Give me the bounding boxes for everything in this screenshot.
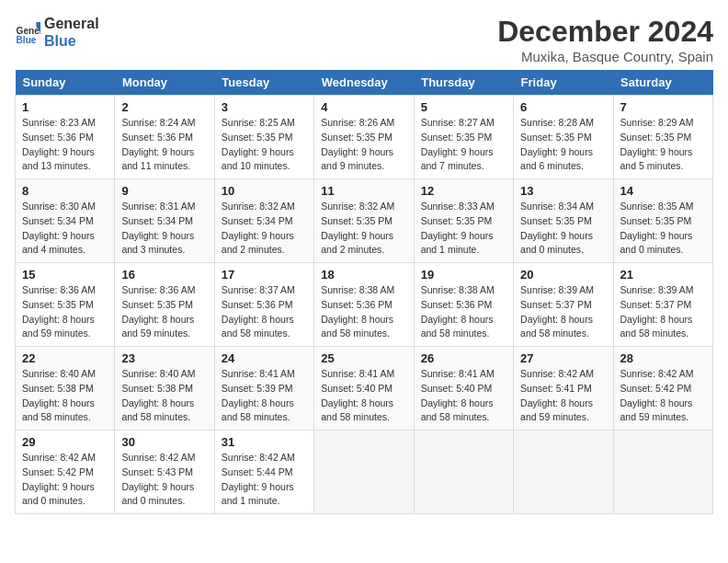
day-number: 26 xyxy=(421,351,506,365)
day-detail: Sunrise: 8:42 AMSunset: 5:42 PMDaylight:… xyxy=(620,368,694,422)
calendar-header-sunday: Sunday xyxy=(16,70,115,96)
svg-text:Blue: Blue xyxy=(17,35,37,45)
day-number: 22 xyxy=(22,351,108,365)
calendar-cell-day-27: 27 Sunrise: 8:42 AMSunset: 5:41 PMDaylig… xyxy=(514,347,613,431)
month-title: December 2024 xyxy=(497,15,713,49)
day-detail: Sunrise: 8:30 AMSunset: 5:34 PMDaylight:… xyxy=(22,201,96,255)
day-number: 31 xyxy=(222,435,307,449)
day-number: 27 xyxy=(520,351,606,365)
calendar-cell-day-30: 30 Sunrise: 8:42 AMSunset: 5:43 PMDaylig… xyxy=(115,431,214,514)
calendar-cell-day-12: 12 Sunrise: 8:33 AMSunset: 5:35 PMDaylig… xyxy=(414,179,513,263)
calendar-week-4: 22 Sunrise: 8:40 AMSunset: 5:38 PMDaylig… xyxy=(16,347,713,431)
day-number: 24 xyxy=(222,351,307,365)
day-number: 23 xyxy=(121,351,207,365)
calendar-cell-empty xyxy=(314,431,414,514)
day-number: 19 xyxy=(421,268,506,282)
day-detail: Sunrise: 8:32 AMSunset: 5:34 PMDaylight:… xyxy=(222,201,295,255)
calendar-week-2: 8 Sunrise: 8:30 AMSunset: 5:34 PMDayligh… xyxy=(16,179,713,263)
day-number: 18 xyxy=(321,268,406,282)
day-number: 7 xyxy=(620,100,706,114)
calendar-header-monday: Monday xyxy=(115,70,214,96)
day-number: 20 xyxy=(520,268,606,282)
day-detail: Sunrise: 8:35 AMSunset: 5:35 PMDaylight:… xyxy=(620,201,694,255)
day-number: 3 xyxy=(222,100,307,114)
day-number: 25 xyxy=(321,351,406,365)
calendar-cell-day-1: 1 Sunrise: 8:23 AMSunset: 5:36 PMDayligh… xyxy=(16,96,115,179)
day-detail: Sunrise: 8:37 AMSunset: 5:36 PMDaylight:… xyxy=(222,284,295,339)
calendar-cell-day-25: 25 Sunrise: 8:41 AMSunset: 5:40 PMDaylig… xyxy=(314,347,414,431)
day-detail: Sunrise: 8:24 AMSunset: 5:36 PMDaylight:… xyxy=(121,117,195,171)
calendar-week-3: 15 Sunrise: 8:36 AMSunset: 5:35 PMDaylig… xyxy=(16,263,713,347)
day-detail: Sunrise: 8:31 AMSunset: 5:34 PMDaylight:… xyxy=(121,201,195,255)
day-detail: Sunrise: 8:29 AMSunset: 5:35 PMDaylight:… xyxy=(620,117,694,171)
day-number: 8 xyxy=(22,184,108,198)
day-detail: Sunrise: 8:41 AMSunset: 5:40 PMDaylight:… xyxy=(421,368,495,422)
day-detail: Sunrise: 8:39 AMSunset: 5:37 PMDaylight:… xyxy=(620,284,694,339)
day-number: 15 xyxy=(22,268,108,282)
calendar-header: SundayMondayTuesdayWednesdayThursdayFrid… xyxy=(16,70,713,96)
calendar-week-5: 29 Sunrise: 8:42 AMSunset: 5:42 PMDaylig… xyxy=(16,431,713,514)
calendar-cell-empty xyxy=(514,431,613,514)
calendar-cell-empty xyxy=(414,431,513,514)
day-number: 5 xyxy=(421,100,506,114)
calendar-cell-day-23: 23 Sunrise: 8:40 AMSunset: 5:38 PMDaylig… xyxy=(115,347,214,431)
day-detail: Sunrise: 8:26 AMSunset: 5:35 PMDaylight:… xyxy=(321,117,394,171)
calendar-week-1: 1 Sunrise: 8:23 AMSunset: 5:36 PMDayligh… xyxy=(16,96,713,179)
calendar-cell-day-22: 22 Sunrise: 8:40 AMSunset: 5:38 PMDaylig… xyxy=(16,347,115,431)
day-detail: Sunrise: 8:42 AMSunset: 5:44 PMDaylight:… xyxy=(222,452,295,506)
day-detail: Sunrise: 8:34 AMSunset: 5:35 PMDaylight:… xyxy=(520,201,594,255)
calendar-cell-day-28: 28 Sunrise: 8:42 AMSunset: 5:42 PMDaylig… xyxy=(613,347,712,431)
calendar-header-thursday: Thursday xyxy=(414,70,513,96)
day-number: 16 xyxy=(121,268,207,282)
calendar-cell-day-4: 4 Sunrise: 8:26 AMSunset: 5:35 PMDayligh… xyxy=(314,96,414,179)
day-number: 12 xyxy=(421,184,506,198)
day-number: 10 xyxy=(222,184,307,198)
day-number: 14 xyxy=(620,184,706,198)
day-detail: Sunrise: 8:25 AMSunset: 5:35 PMDaylight:… xyxy=(222,117,295,171)
calendar-cell-day-8: 8 Sunrise: 8:30 AMSunset: 5:34 PMDayligh… xyxy=(16,179,115,263)
day-number: 13 xyxy=(520,184,606,198)
calendar-cell-day-18: 18 Sunrise: 8:38 AMSunset: 5:36 PMDaylig… xyxy=(314,263,414,347)
day-number: 28 xyxy=(620,351,706,365)
day-number: 30 xyxy=(121,435,207,449)
day-detail: Sunrise: 8:28 AMSunset: 5:35 PMDaylight:… xyxy=(520,117,594,171)
calendar-cell-day-24: 24 Sunrise: 8:41 AMSunset: 5:39 PMDaylig… xyxy=(214,347,313,431)
logo: General Blue General Blue xyxy=(15,15,99,50)
location: Muxika, Basque Country, Spain xyxy=(497,49,713,64)
day-detail: Sunrise: 8:41 AMSunset: 5:40 PMDaylight:… xyxy=(321,368,394,422)
calendar-cell-day-20: 20 Sunrise: 8:39 AMSunset: 5:37 PMDaylig… xyxy=(514,263,613,347)
calendar-cell-empty xyxy=(613,431,712,514)
calendar-cell-day-10: 10 Sunrise: 8:32 AMSunset: 5:34 PMDaylig… xyxy=(214,179,313,263)
logo-line2: Blue xyxy=(44,32,99,50)
calendar-cell-day-13: 13 Sunrise: 8:34 AMSunset: 5:35 PMDaylig… xyxy=(514,179,613,263)
calendar-cell-day-16: 16 Sunrise: 8:36 AMSunset: 5:35 PMDaylig… xyxy=(115,263,214,347)
calendar-cell-day-3: 3 Sunrise: 8:25 AMSunset: 5:35 PMDayligh… xyxy=(214,96,313,179)
calendar-header-friday: Friday xyxy=(514,70,613,96)
logo-line1: General xyxy=(44,15,99,32)
day-number: 2 xyxy=(121,100,207,114)
calendar-cell-day-7: 7 Sunrise: 8:29 AMSunset: 5:35 PMDayligh… xyxy=(613,96,712,179)
day-number: 21 xyxy=(620,268,706,282)
page-header: General Blue General Blue December 2024 … xyxy=(15,15,713,64)
day-detail: Sunrise: 8:42 AMSunset: 5:43 PMDaylight:… xyxy=(121,452,195,506)
calendar-table: SundayMondayTuesdayWednesdayThursdayFrid… xyxy=(15,70,713,514)
day-detail: Sunrise: 8:33 AMSunset: 5:35 PMDaylight:… xyxy=(421,201,495,255)
day-detail: Sunrise: 8:39 AMSunset: 5:37 PMDaylight:… xyxy=(520,284,594,339)
calendar-header-tuesday: Tuesday xyxy=(214,70,313,96)
day-detail: Sunrise: 8:41 AMSunset: 5:39 PMDaylight:… xyxy=(222,368,295,422)
calendar-body: 1 Sunrise: 8:23 AMSunset: 5:36 PMDayligh… xyxy=(16,96,713,514)
calendar-cell-day-26: 26 Sunrise: 8:41 AMSunset: 5:40 PMDaylig… xyxy=(414,347,513,431)
calendar-header-saturday: Saturday xyxy=(613,70,712,96)
day-detail: Sunrise: 8:36 AMSunset: 5:35 PMDaylight:… xyxy=(121,284,195,339)
day-detail: Sunrise: 8:42 AMSunset: 5:41 PMDaylight:… xyxy=(520,368,594,422)
day-detail: Sunrise: 8:23 AMSunset: 5:36 PMDaylight:… xyxy=(22,117,96,171)
calendar-cell-day-2: 2 Sunrise: 8:24 AMSunset: 5:36 PMDayligh… xyxy=(115,96,214,179)
calendar-cell-day-21: 21 Sunrise: 8:39 AMSunset: 5:37 PMDaylig… xyxy=(613,263,712,347)
calendar-cell-day-31: 31 Sunrise: 8:42 AMSunset: 5:44 PMDaylig… xyxy=(214,431,313,514)
day-number: 1 xyxy=(22,100,108,114)
day-detail: Sunrise: 8:38 AMSunset: 5:36 PMDaylight:… xyxy=(421,284,495,339)
day-number: 11 xyxy=(321,184,406,198)
calendar-cell-day-19: 19 Sunrise: 8:38 AMSunset: 5:36 PMDaylig… xyxy=(414,263,513,347)
calendar-cell-day-17: 17 Sunrise: 8:37 AMSunset: 5:36 PMDaylig… xyxy=(214,263,313,347)
calendar-cell-day-9: 9 Sunrise: 8:31 AMSunset: 5:34 PMDayligh… xyxy=(115,179,214,263)
